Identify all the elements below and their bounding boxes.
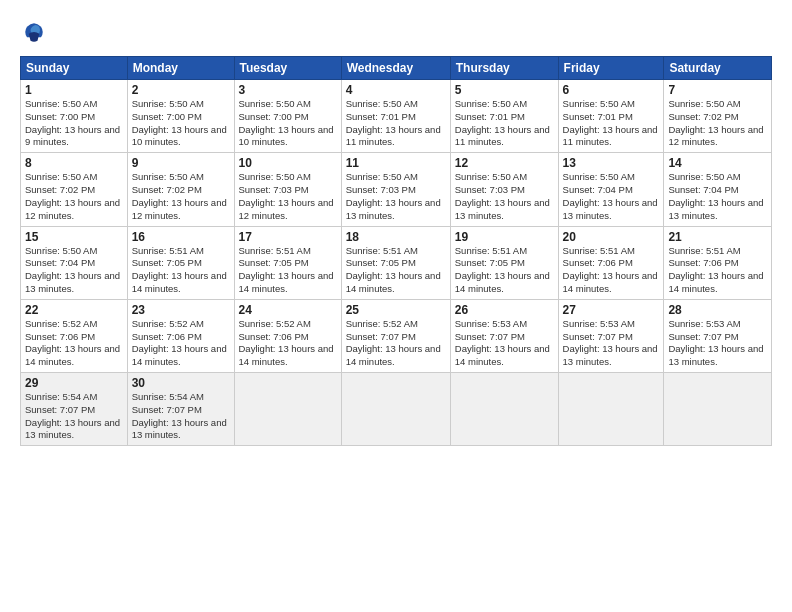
table-row: 24Sunrise: 5:52 AMSunset: 7:06 PMDayligh…	[234, 299, 341, 372]
day-number: 16	[132, 230, 230, 244]
table-row: 27Sunrise: 5:53 AMSunset: 7:07 PMDayligh…	[558, 299, 664, 372]
calendar-table: Sunday Monday Tuesday Wednesday Thursday…	[20, 56, 772, 446]
day-number: 17	[239, 230, 337, 244]
table-row: 5Sunrise: 5:50 AMSunset: 7:01 PMDaylight…	[450, 80, 558, 153]
table-row: 2Sunrise: 5:50 AMSunset: 7:00 PMDaylight…	[127, 80, 234, 153]
day-number: 26	[455, 303, 554, 317]
day-number: 3	[239, 83, 337, 97]
day-number: 7	[668, 83, 767, 97]
day-number: 14	[668, 156, 767, 170]
col-sunday: Sunday	[21, 57, 128, 80]
day-info: Sunrise: 5:52 AMSunset: 7:07 PMDaylight:…	[346, 318, 446, 369]
day-info: Sunrise: 5:50 AMSunset: 7:02 PMDaylight:…	[668, 98, 767, 149]
table-row: 22Sunrise: 5:52 AMSunset: 7:06 PMDayligh…	[21, 299, 128, 372]
day-number: 27	[563, 303, 660, 317]
day-number: 30	[132, 376, 230, 390]
day-info: Sunrise: 5:54 AMSunset: 7:07 PMDaylight:…	[132, 391, 230, 442]
day-info: Sunrise: 5:50 AMSunset: 7:03 PMDaylight:…	[239, 171, 337, 222]
table-row: 7Sunrise: 5:50 AMSunset: 7:02 PMDaylight…	[664, 80, 772, 153]
table-row: 6Sunrise: 5:50 AMSunset: 7:01 PMDaylight…	[558, 80, 664, 153]
col-thursday: Thursday	[450, 57, 558, 80]
day-number: 12	[455, 156, 554, 170]
table-row	[664, 373, 772, 446]
logo	[20, 18, 52, 46]
table-row: 3Sunrise: 5:50 AMSunset: 7:00 PMDaylight…	[234, 80, 341, 153]
col-wednesday: Wednesday	[341, 57, 450, 80]
col-saturday: Saturday	[664, 57, 772, 80]
table-row: 28Sunrise: 5:53 AMSunset: 7:07 PMDayligh…	[664, 299, 772, 372]
day-info: Sunrise: 5:53 AMSunset: 7:07 PMDaylight:…	[668, 318, 767, 369]
day-number: 21	[668, 230, 767, 244]
table-row: 23Sunrise: 5:52 AMSunset: 7:06 PMDayligh…	[127, 299, 234, 372]
table-row	[558, 373, 664, 446]
day-info: Sunrise: 5:50 AMSunset: 7:03 PMDaylight:…	[455, 171, 554, 222]
day-info: Sunrise: 5:52 AMSunset: 7:06 PMDaylight:…	[132, 318, 230, 369]
table-row: 26Sunrise: 5:53 AMSunset: 7:07 PMDayligh…	[450, 299, 558, 372]
table-row	[341, 373, 450, 446]
table-row: 9Sunrise: 5:50 AMSunset: 7:02 PMDaylight…	[127, 153, 234, 226]
table-row: 8Sunrise: 5:50 AMSunset: 7:02 PMDaylight…	[21, 153, 128, 226]
header-row: Sunday Monday Tuesday Wednesday Thursday…	[21, 57, 772, 80]
table-row: 25Sunrise: 5:52 AMSunset: 7:07 PMDayligh…	[341, 299, 450, 372]
table-row: 18Sunrise: 5:51 AMSunset: 7:05 PMDayligh…	[341, 226, 450, 299]
logo-icon	[20, 18, 48, 46]
day-number: 9	[132, 156, 230, 170]
day-info: Sunrise: 5:50 AMSunset: 7:04 PMDaylight:…	[563, 171, 660, 222]
page-header	[20, 18, 772, 46]
table-row: 19Sunrise: 5:51 AMSunset: 7:05 PMDayligh…	[450, 226, 558, 299]
day-info: Sunrise: 5:50 AMSunset: 7:00 PMDaylight:…	[132, 98, 230, 149]
day-number: 13	[563, 156, 660, 170]
day-number: 11	[346, 156, 446, 170]
table-row: 1Sunrise: 5:50 AMSunset: 7:00 PMDaylight…	[21, 80, 128, 153]
day-info: Sunrise: 5:52 AMSunset: 7:06 PMDaylight:…	[25, 318, 123, 369]
day-number: 2	[132, 83, 230, 97]
day-info: Sunrise: 5:50 AMSunset: 7:03 PMDaylight:…	[346, 171, 446, 222]
day-number: 24	[239, 303, 337, 317]
day-number: 22	[25, 303, 123, 317]
table-row: 4Sunrise: 5:50 AMSunset: 7:01 PMDaylight…	[341, 80, 450, 153]
day-number: 20	[563, 230, 660, 244]
col-tuesday: Tuesday	[234, 57, 341, 80]
table-row	[234, 373, 341, 446]
table-row	[450, 373, 558, 446]
day-info: Sunrise: 5:50 AMSunset: 7:00 PMDaylight:…	[239, 98, 337, 149]
day-number: 15	[25, 230, 123, 244]
day-info: Sunrise: 5:51 AMSunset: 7:06 PMDaylight:…	[668, 245, 767, 296]
table-row: 14Sunrise: 5:50 AMSunset: 7:04 PMDayligh…	[664, 153, 772, 226]
day-info: Sunrise: 5:51 AMSunset: 7:05 PMDaylight:…	[239, 245, 337, 296]
table-row: 11Sunrise: 5:50 AMSunset: 7:03 PMDayligh…	[341, 153, 450, 226]
day-info: Sunrise: 5:51 AMSunset: 7:06 PMDaylight:…	[563, 245, 660, 296]
day-number: 29	[25, 376, 123, 390]
day-info: Sunrise: 5:52 AMSunset: 7:06 PMDaylight:…	[239, 318, 337, 369]
day-number: 4	[346, 83, 446, 97]
day-info: Sunrise: 5:51 AMSunset: 7:05 PMDaylight:…	[455, 245, 554, 296]
day-number: 8	[25, 156, 123, 170]
day-number: 19	[455, 230, 554, 244]
day-info: Sunrise: 5:50 AMSunset: 7:02 PMDaylight:…	[132, 171, 230, 222]
day-info: Sunrise: 5:50 AMSunset: 7:04 PMDaylight:…	[668, 171, 767, 222]
day-info: Sunrise: 5:50 AMSunset: 7:01 PMDaylight:…	[455, 98, 554, 149]
table-row: 15Sunrise: 5:50 AMSunset: 7:04 PMDayligh…	[21, 226, 128, 299]
table-row: 30Sunrise: 5:54 AMSunset: 7:07 PMDayligh…	[127, 373, 234, 446]
day-info: Sunrise: 5:51 AMSunset: 7:05 PMDaylight:…	[132, 245, 230, 296]
day-info: Sunrise: 5:54 AMSunset: 7:07 PMDaylight:…	[25, 391, 123, 442]
day-number: 25	[346, 303, 446, 317]
day-info: Sunrise: 5:50 AMSunset: 7:01 PMDaylight:…	[563, 98, 660, 149]
table-row: 21Sunrise: 5:51 AMSunset: 7:06 PMDayligh…	[664, 226, 772, 299]
table-row: 10Sunrise: 5:50 AMSunset: 7:03 PMDayligh…	[234, 153, 341, 226]
table-row: 12Sunrise: 5:50 AMSunset: 7:03 PMDayligh…	[450, 153, 558, 226]
table-row: 29Sunrise: 5:54 AMSunset: 7:07 PMDayligh…	[21, 373, 128, 446]
table-row: 20Sunrise: 5:51 AMSunset: 7:06 PMDayligh…	[558, 226, 664, 299]
day-number: 5	[455, 83, 554, 97]
day-info: Sunrise: 5:53 AMSunset: 7:07 PMDaylight:…	[563, 318, 660, 369]
day-info: Sunrise: 5:50 AMSunset: 7:04 PMDaylight:…	[25, 245, 123, 296]
day-number: 10	[239, 156, 337, 170]
day-info: Sunrise: 5:51 AMSunset: 7:05 PMDaylight:…	[346, 245, 446, 296]
table-row: 13Sunrise: 5:50 AMSunset: 7:04 PMDayligh…	[558, 153, 664, 226]
day-number: 18	[346, 230, 446, 244]
day-info: Sunrise: 5:50 AMSunset: 7:00 PMDaylight:…	[25, 98, 123, 149]
day-number: 28	[668, 303, 767, 317]
day-info: Sunrise: 5:53 AMSunset: 7:07 PMDaylight:…	[455, 318, 554, 369]
col-monday: Monday	[127, 57, 234, 80]
col-friday: Friday	[558, 57, 664, 80]
